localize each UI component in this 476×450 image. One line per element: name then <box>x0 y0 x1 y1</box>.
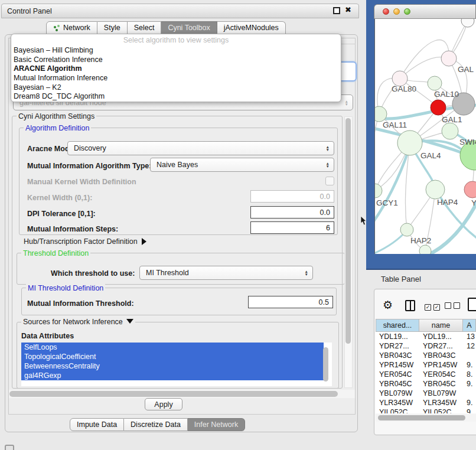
deselect-all-columns-icon[interactable] <box>445 302 462 311</box>
split-column-icon[interactable] <box>405 300 415 311</box>
tab-label: Impute Data <box>77 420 117 429</box>
file-icon[interactable] <box>468 298 476 311</box>
screen: Control Panel ✖ NetworkStyleSelectCyni T… <box>0 0 476 450</box>
table-row[interactable]: YBL079WYBL079W <box>376 389 476 398</box>
network-node[interactable] <box>419 245 431 254</box>
attribute-item-selfloops[interactable]: SelfLoops <box>21 343 324 352</box>
dpi-tolerance-value: 0.0 <box>320 208 330 217</box>
mi-threshold-title: MI Threshold Definition <box>26 284 105 292</box>
table-row[interactable]: YBR045CYBR045C9. <box>376 379 476 389</box>
window-minimize-traffic-icon[interactable] <box>393 8 400 15</box>
network-canvas[interactable]: GALGAL80GAL10GAL1GAL11SWI4GAL4GCY1HAP4YH… <box>374 19 476 254</box>
attribute-list-scrollbar[interactable] <box>323 347 328 381</box>
table-row[interactable]: YIL052CYIL052C9 <box>376 407 476 413</box>
column-header-shared[interactable]: shared... <box>376 319 419 332</box>
table-row[interactable]: YPR145WYPR145W9. <box>376 360 476 370</box>
combo-arrows-icon: ▲▼ <box>305 270 308 276</box>
tab-label: Cyni Toolbox <box>168 24 210 32</box>
window-close-traffic-icon[interactable] <box>383 8 389 15</box>
network-node-gal[interactable] <box>441 51 457 66</box>
table-row[interactable]: YDL19...YDL19...13 <box>376 332 476 341</box>
table-hscrollbar-thumb[interactable] <box>378 415 465 420</box>
network-node-y[interactable] <box>464 181 476 198</box>
mi-threshold-value: 0.5 <box>319 298 329 306</box>
manual-kernel-checkbox[interactable] <box>325 177 334 185</box>
hub-section-header[interactable]: Hub/Transcription Factor Definition <box>24 237 146 246</box>
cell: 9. <box>463 398 476 407</box>
mi-type-combo[interactable]: Naive Bayes ▲▼ <box>150 158 334 172</box>
network-node-hap2[interactable] <box>400 223 413 236</box>
mi-threshold-field[interactable]: 0.5 <box>248 296 333 308</box>
attribute-item-gal4rgexp[interactable]: gal4RGexp <box>21 371 324 380</box>
hub-section-label: Hub/Transcription Factor Definition <box>24 237 138 246</box>
network-node-swi4[interactable] <box>442 123 458 139</box>
algorithm-option-aracne-algorithm[interactable]: ARACNE Algorithm <box>11 64 341 74</box>
node-label-gcy1: GCY1 <box>376 198 398 207</box>
gear-icon[interactable]: ⚙ <box>383 298 393 312</box>
attribute-item-topologicalcoefficient[interactable]: TopologicalCoefficient <box>21 352 324 361</box>
algorithm-option-bayesian-hill-climbing[interactable]: Bayesian – Hill Climbing <box>11 46 341 56</box>
tab-network[interactable]: Network <box>46 21 97 34</box>
cell: YER054C <box>419 370 463 379</box>
settings-vscrollbar-thumb[interactable] <box>345 118 351 344</box>
tab-cyni-toolbox[interactable]: Cyni Toolbox <box>161 21 217 34</box>
mouse-cursor <box>360 216 367 226</box>
divider <box>341 44 356 44</box>
table-row[interactable]: YDR27...YDR27...12 <box>376 341 476 351</box>
sources-header[interactable]: Sources for Network Inference <box>21 318 135 326</box>
apply-button[interactable]: Apply <box>145 398 182 410</box>
dpi-tolerance-field[interactable]: 0.0 <box>250 206 334 219</box>
tab-style[interactable]: Style <box>97 21 128 34</box>
network-node-gal10[interactable] <box>428 76 442 90</box>
column-header-name[interactable]: name <box>419 319 463 332</box>
tab-strip: NetworkStyleSelectCyni ToolboxjActiveMNo… <box>46 21 286 34</box>
algorithm-option-basic-correlation-inference[interactable]: Basic Correlation Inference <box>11 56 341 65</box>
cell: YIL052C <box>419 407 463 413</box>
tab-discretize-data[interactable]: Discretize Data <box>124 418 188 431</box>
algorithm-option-mutual-information-inference[interactable]: Mutual Information Inference <box>11 74 341 83</box>
data-attributes-list[interactable]: SelfLoopsTopologicalCoefficientBetweenne… <box>21 343 332 386</box>
cell: 13 <box>463 332 476 341</box>
table-row[interactable]: YLR345WYLR345W9. <box>376 398 476 407</box>
network-node[interactable] <box>461 19 474 27</box>
attribute-item-betweennesscentrality[interactable]: BetweennessCentrality <box>21 361 324 371</box>
node-label-gal4: GAL4 <box>420 151 441 160</box>
column-header-a[interactable]: A <box>463 319 476 332</box>
network-node-hap4[interactable] <box>426 180 445 199</box>
float-window-icon[interactable] <box>333 7 340 14</box>
which-threshold-label: Which threshold to use: <box>51 269 135 278</box>
settings-hscrollbar-thumb[interactable] <box>9 391 338 397</box>
minimized-panel-icon[interactable] <box>5 445 14 450</box>
cell: YBR045C <box>376 379 419 389</box>
tab-label: jActiveMNodules <box>224 24 279 32</box>
tab-jactivemnodules[interactable]: jActiveMNodules <box>217 21 286 34</box>
mi-threshold-label: Mutual Information Threshold: <box>27 299 134 308</box>
tab-select[interactable]: Select <box>128 21 162 34</box>
window-zoom-traffic-icon[interactable] <box>404 8 410 15</box>
network-node-gcy1[interactable] <box>375 184 382 198</box>
control-panel-titlebar <box>1 4 359 18</box>
tab-infer-network[interactable]: Infer Network <box>188 418 245 431</box>
network-node-gal4[interactable] <box>397 131 422 155</box>
algorithm-option-bayesian-k2[interactable]: Bayesian – K2 <box>11 83 341 93</box>
network-node-gal1[interactable] <box>431 100 446 115</box>
algorithm-definition-title: Algorithm Definition <box>24 124 91 132</box>
network-icon <box>53 24 60 31</box>
mi-steps-field[interactable]: 6 <box>250 221 334 234</box>
cell <box>463 351 476 360</box>
cell: 9. <box>463 360 476 370</box>
kernel-width-field[interactable]: 0.0 <box>250 190 334 203</box>
table-row[interactable]: YBR043CYBR043C <box>376 351 476 360</box>
which-threshold-combo[interactable]: MI Threshold ▲▼ <box>139 266 313 280</box>
cell <box>463 389 476 398</box>
cell: YBR045C <box>419 379 463 389</box>
close-icon[interactable]: ✖ <box>345 5 351 14</box>
algorithm-dropdown-placeholder: Select algorithm to view settings <box>11 36 341 46</box>
tab-impute-data[interactable]: Impute Data <box>70 418 124 431</box>
aracne-mode-combo[interactable]: Discovery ▲▼ <box>67 141 334 155</box>
mi-steps-label: Mutual Information Steps: <box>27 225 118 233</box>
table-row[interactable]: YER054CYER054C8. <box>376 370 476 379</box>
node-label-gal1: GAL1 <box>442 115 462 124</box>
algorithm-option-dream8-dc-tdc-algorithm[interactable]: Dream8 DC_TDC Algorithm <box>11 92 341 102</box>
select-all-columns-icon[interactable]: ✓✓ <box>425 302 442 311</box>
